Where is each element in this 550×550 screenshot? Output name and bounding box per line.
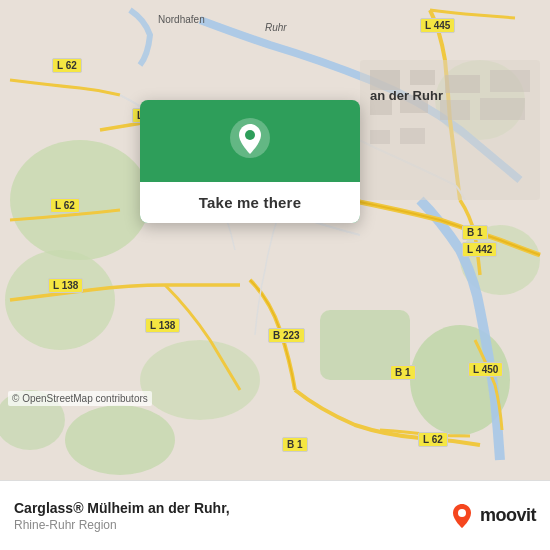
road-label-B1-bottom: B 1 xyxy=(282,437,308,452)
svg-rect-19 xyxy=(370,130,390,144)
location-info: Carglass® Mülheim an der Ruhr, Rhine-Ruh… xyxy=(14,500,438,532)
svg-rect-14 xyxy=(490,70,530,92)
city-label-nordhafen: Nordhafen xyxy=(158,14,205,25)
location-card: Take me there xyxy=(140,100,360,223)
svg-point-1 xyxy=(10,140,150,260)
road-label-L442: L 442 xyxy=(462,242,497,257)
svg-rect-12 xyxy=(410,70,435,85)
svg-rect-17 xyxy=(440,100,470,120)
road-label-B223: B 223 xyxy=(268,328,305,343)
take-me-there-button[interactable]: Take me there xyxy=(140,182,360,223)
city-label-ruhr-text: Ruhr xyxy=(265,22,287,33)
city-label-muelheim: an der Ruhr xyxy=(370,88,443,103)
road-label-L62-mid: L 62 xyxy=(50,198,80,213)
road-label-L138-right: L 138 xyxy=(145,318,180,333)
road-label-B1-right: B 1 xyxy=(462,225,488,240)
location-title: Carglass® Mülheim an der Ruhr, xyxy=(14,500,438,516)
moovit-logo: moovit xyxy=(448,502,536,530)
svg-point-23 xyxy=(458,509,466,517)
copyright-text: © OpenStreetMap contributors xyxy=(8,391,152,406)
moovit-pin-icon xyxy=(448,502,476,530)
svg-rect-18 xyxy=(480,98,525,120)
road-label-L62-upper: L 62 xyxy=(52,58,82,73)
moovit-brand-text: moovit xyxy=(480,505,536,526)
svg-point-7 xyxy=(65,405,175,475)
svg-rect-20 xyxy=(400,128,425,144)
svg-rect-11 xyxy=(370,70,400,90)
road-label-L138-left: L 138 xyxy=(48,278,83,293)
svg-point-22 xyxy=(245,130,255,140)
road-label-B1-lower-right: B 1 xyxy=(390,365,416,380)
location-subtitle: Rhine-Ruhr Region xyxy=(14,518,438,532)
road-label-L445: L 445 xyxy=(420,18,455,33)
road-label-L62-bottom: L 62 xyxy=(418,432,448,447)
location-pin-icon xyxy=(228,116,272,160)
road-label-L450: L 450 xyxy=(468,362,503,377)
svg-point-3 xyxy=(140,340,260,420)
svg-rect-13 xyxy=(445,75,480,93)
map-container: L 445 L 78 L 62 L 62 L 138 L 138 B 1 B 1… xyxy=(0,0,550,480)
bottom-bar: Carglass® Mülheim an der Ruhr, Rhine-Ruh… xyxy=(0,480,550,550)
